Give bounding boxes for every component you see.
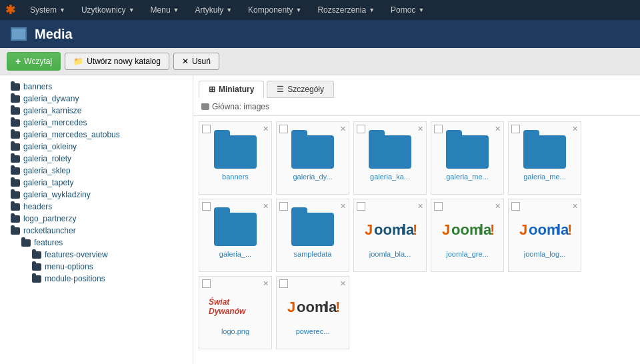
logo-png-preview: Świat Dywanów [209, 290, 262, 323]
nav-users-arrow: ▼ [129, 7, 135, 13]
nav-system-arrow: ▼ [59, 7, 65, 13]
folder-icon: 📁 [73, 57, 83, 66]
joomla-logo-preview-green: J oom la ! [441, 213, 494, 246]
joomla-logo-preview-powered: J oom la ! [286, 290, 339, 323]
sidebar-item-galeria-tapety[interactable]: galeria_tapety [0, 177, 193, 189]
file-card-galeria-ka[interactable]: ✕ galeria_ka... [353, 121, 427, 195]
card-checkbox[interactable] [279, 202, 288, 211]
sidebar-item-galeria-rolety[interactable]: galeria_rolety [0, 153, 193, 165]
card-checkbox[interactable] [357, 202, 365, 211]
delete-button[interactable]: ✕ Usuń [173, 53, 219, 70]
folder-icon [11, 227, 20, 235]
file-card-joomla-log[interactable]: ✕ J oom la ! joomla_log... [508, 199, 581, 272]
plus-icon: + [15, 56, 21, 67]
nav-articles[interactable]: Artykuły ▼ [189, 3, 239, 17]
card-close-icon[interactable]: ✕ [340, 125, 346, 133]
sidebar-item-features[interactable]: features [0, 237, 193, 249]
card-close-icon[interactable]: ✕ [495, 125, 501, 133]
card-checkbox[interactable] [357, 125, 365, 133]
card-close-icon[interactable]: ✕ [495, 202, 501, 211]
file-card-joomla-gre[interactable]: ✕ J oom la ! joomla_gre... [431, 199, 504, 272]
file-card-sampledata[interactable]: ✕ sampledata [276, 199, 349, 272]
card-checkbox[interactable] [202, 125, 211, 133]
joomla-logo-preview: J oom la ! [363, 213, 417, 246]
folder-icon [11, 107, 20, 115]
main-layout: banners galeria_dywany galeria_karnisze … [0, 75, 640, 364]
nav-extensions-arrow: ▼ [369, 7, 375, 13]
big-folder-icon [369, 135, 411, 169]
folder-icon [32, 263, 41, 271]
file-card-joomla-bla[interactable]: ✕ J oom la ! joomla_bla... [353, 199, 427, 272]
svg-text:oom: oom [451, 221, 482, 238]
card-close-icon[interactable]: ✕ [572, 202, 578, 211]
svg-text:!: ! [413, 221, 417, 238]
file-card-powered[interactable]: ✕ J oom la ! powerec... [276, 276, 349, 349]
nav-system[interactable]: System ▼ [23, 3, 72, 17]
folder-icon [11, 119, 20, 127]
card-checkbox[interactable] [511, 202, 520, 211]
card-close-icon[interactable]: ✕ [263, 279, 269, 288]
file-grid: ✕ banners ✕ galeria_dy... ✕ galeria_ka..… [193, 116, 640, 364]
card-checkbox[interactable] [279, 125, 288, 133]
svg-text:oom: oom [374, 221, 405, 238]
sidebar-item-galeria-wykladziny[interactable]: galeria_wykladziny [0, 189, 193, 201]
card-close-icon[interactable]: ✕ [572, 125, 578, 133]
card-checkbox[interactable] [279, 279, 288, 288]
top-navigation: ✱ System ▼ Użytkownicy ▼ Menu ▼ Artykuły… [0, 0, 640, 20]
media-icon [11, 27, 27, 41]
big-folder-icon [291, 135, 334, 169]
card-close-icon[interactable]: ✕ [417, 202, 423, 211]
file-card-galeria-me1[interactable]: ✕ galeria_me... [431, 121, 504, 195]
sidebar-item-galeria-karnisze[interactable]: galeria_karnisze [0, 105, 193, 117]
nav-menu[interactable]: Menu ▼ [144, 3, 186, 17]
sidebar-item-features-overview[interactable]: features-overview [0, 249, 193, 261]
card-close-icon[interactable]: ✕ [340, 279, 346, 288]
folder-icon [11, 215, 20, 223]
grid-icon: ⊞ [209, 85, 215, 94]
card-close-icon[interactable]: ✕ [340, 202, 346, 211]
file-card-galeria-dy[interactable]: ✕ galeria_dy... [276, 121, 349, 195]
joomla-logo-preview-blue: J oom la ! [518, 213, 571, 246]
file-card-galeria[interactable]: ✕ galeria_... [199, 199, 272, 272]
sidebar-item-galeria-okleiny[interactable]: galeria_okleiny [0, 141, 193, 153]
card-checkbox[interactable] [434, 202, 443, 211]
nav-extensions[interactable]: Rozszerzenia ▼ [311, 3, 381, 17]
sidebar-item-logo-partnerzy[interactable]: logo_partnerzy [0, 213, 193, 225]
sidebar-item-module-positions[interactable]: module-positions [0, 273, 193, 285]
folder-icon [11, 191, 20, 199]
file-card-galeria-me2[interactable]: ✕ galeria_me... [508, 121, 581, 195]
sidebar-item-menu-options[interactable]: menu-options [0, 261, 193, 273]
card-checkbox[interactable] [202, 202, 211, 211]
card-checkbox[interactable] [202, 279, 211, 288]
nav-components[interactable]: Komponenty ▼ [241, 3, 308, 17]
content-area: ⊞ Miniatury ☰ Szczegóły Główna: images ✕… [193, 75, 640, 364]
card-close-icon[interactable]: ✕ [263, 125, 269, 133]
nav-help-arrow: ▼ [418, 7, 424, 13]
tab-thumbnails[interactable]: ⊞ Miniatury [199, 81, 264, 98]
sidebar-item-galeria-dywany[interactable]: galeria_dywany [0, 93, 193, 105]
card-close-icon[interactable]: ✕ [263, 202, 269, 211]
delete-icon: ✕ [182, 57, 189, 66]
nav-menu-arrow: ▼ [173, 7, 179, 13]
file-card-logo-png[interactable]: ✕ Świat Dywanów logo.png [199, 276, 272, 349]
folder-icon [11, 179, 20, 187]
sidebar-item-galeria-sklep[interactable]: galeria_sklep [0, 165, 193, 177]
nav-help[interactable]: Pomoc ▼ [384, 3, 431, 17]
create-folder-button[interactable]: 📁 Utwórz nowy katalog [65, 53, 169, 70]
sidebar-item-rocketlauncher[interactable]: rocketlauncher [0, 225, 193, 237]
svg-text:!: ! [567, 221, 571, 238]
sidebar-item-galeria-mercedes[interactable]: galeria_mercedes [0, 117, 193, 129]
sidebar-item-galeria-mercedes-autobus[interactable]: galeria_mercedes_autobus [0, 129, 193, 141]
tab-details[interactable]: ☰ Szczegóły [267, 81, 334, 98]
sidebar-item-headers[interactable]: headers [0, 201, 193, 213]
sidebar-item-banners[interactable]: banners [0, 81, 193, 93]
card-checkbox[interactable] [434, 125, 443, 133]
svg-text:!: ! [490, 221, 494, 238]
card-close-icon[interactable]: ✕ [417, 125, 423, 133]
page-title: Media [35, 27, 73, 42]
upload-button[interactable]: + Wczytaj [7, 52, 61, 71]
card-checkbox[interactable] [511, 125, 520, 133]
file-card-banners[interactable]: ✕ banners [199, 121, 272, 195]
nav-components-arrow: ▼ [296, 7, 302, 13]
nav-users[interactable]: Użytkownicy ▼ [75, 3, 141, 17]
